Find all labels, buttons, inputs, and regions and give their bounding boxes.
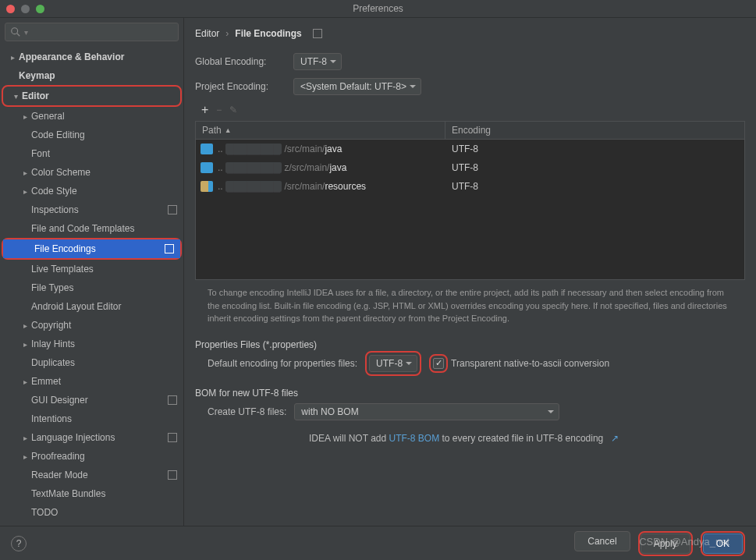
sidebar-item-intentions[interactable]: Intentions: [0, 409, 183, 428]
sidebar-item-android-layout-editor[interactable]: Android Layout Editor: [0, 297, 183, 316]
sidebar-item-label: TODO: [31, 507, 58, 518]
bom-label: Create UTF-8 files:: [208, 406, 286, 417]
sidebar-item-code-style[interactable]: ▸Code Style: [0, 182, 183, 200]
project-encoding-label: Project Encoding:: [195, 81, 293, 92]
table-body: .. ████████ /src/main/javaUTF-8.. ██████…: [195, 140, 745, 280]
table-row[interactable]: .. ████████ /src/main/resourcesUTF-8: [196, 177, 744, 196]
add-icon[interactable]: +: [201, 103, 208, 117]
chevron-right-icon: ▸: [19, 321, 31, 330]
project-encoding-combo[interactable]: <System Default: UTF-8>: [293, 78, 421, 95]
transparent-ascii-checkbox[interactable]: [433, 358, 444, 369]
sidebar-item-label: Font: [31, 148, 50, 159]
sidebar-item-label: General: [31, 111, 65, 122]
sidebar-item-plugins[interactable]: Plugins: [0, 522, 183, 526]
global-encoding-label: Global Encoding:: [195, 56, 293, 67]
sidebar-item-reader-mode[interactable]: Reader Mode: [0, 466, 183, 484]
breadcrumb-root[interactable]: Editor: [195, 28, 219, 39]
help-icon[interactable]: ?: [11, 536, 27, 551]
col-path[interactable]: Path ▲: [196, 122, 445, 139]
sidebar-item-todo[interactable]: TODO: [0, 503, 183, 522]
sidebar-item-label: Intentions: [31, 413, 72, 424]
sidebar-item-label: Duplicates: [31, 357, 75, 368]
encoding-value[interactable]: UTF-8: [445, 181, 744, 192]
sidebar-item-label: File Types: [31, 282, 73, 293]
sidebar-item-label: File and Code Templates: [31, 223, 135, 234]
sidebar-item-duplicates[interactable]: Duplicates: [0, 353, 183, 372]
sidebar-item-label: Inlay Hints: [31, 338, 75, 349]
settings-tree: ▸Appearance & BehaviorKeymap▾Editor▸Gene…: [0, 46, 183, 526]
sidebar-item-label: Live Templates: [31, 264, 94, 275]
col-encoding[interactable]: Encoding: [445, 122, 744, 139]
chevron-down-icon: ▾: [9, 92, 22, 101]
scope-icon: [168, 470, 177, 480]
sidebar-item-editor[interactable]: ▾Editor: [3, 87, 180, 105]
sidebar-item-general[interactable]: ▸General: [0, 107, 183, 126]
remove-icon[interactable]: −: [216, 105, 222, 115]
scope-icon: [168, 433, 177, 442]
cancel-button[interactable]: Cancel: [574, 531, 630, 551]
titlebar: Preferences: [0, 0, 756, 18]
sidebar-item-label: Code Editing: [31, 129, 85, 140]
table-row[interactable]: .. ████████ /src/main/javaUTF-8: [196, 140, 744, 158]
sidebar-item-proofreading[interactable]: ▸Proofreading: [0, 447, 183, 466]
sidebar-item-label: Emmet: [31, 376, 61, 387]
breadcrumb: Editor › File Encodings: [195, 18, 745, 49]
properties-encoding-combo[interactable]: UTF-8: [369, 355, 417, 372]
sidebar-item-label: File Encodings: [34, 243, 96, 254]
sidebar-item-label: Appearance & Behavior: [19, 51, 124, 62]
sidebar-item-font[interactable]: Font: [0, 144, 183, 163]
sidebar-item-textmate-bundles[interactable]: TextMate Bundles: [0, 484, 183, 503]
chevron-right-icon: ▸: [19, 112, 31, 121]
sidebar-item-color-scheme[interactable]: ▸Color Scheme: [0, 163, 183, 182]
sidebar-item-label: Copyright: [31, 320, 71, 331]
search-input[interactable]: ▾: [5, 23, 179, 41]
sidebar-item-label: GUI Designer: [31, 395, 88, 406]
sidebar-item-file-encodings[interactable]: File Encodings: [3, 239, 180, 258]
sidebar-item-label: Code Style: [31, 186, 77, 197]
bom-hint: IDEA will NOT add UTF-8 BOM to every cre…: [309, 433, 619, 444]
scope-icon[interactable]: [313, 29, 322, 38]
search-icon: [10, 27, 21, 37]
chevron-right-icon: ▸: [19, 340, 31, 349]
scope-icon: [168, 395, 177, 405]
global-encoding-combo[interactable]: UTF-8: [293, 53, 342, 70]
path-text: .. ████████ z/src/main/java: [218, 162, 346, 173]
external-link-icon[interactable]: ↗: [611, 433, 619, 444]
sidebar-item-gui-designer[interactable]: GUI Designer: [0, 391, 183, 409]
sidebar-item-inlay-hints[interactable]: ▸Inlay Hints: [0, 335, 183, 353]
sidebar-item-copyright[interactable]: ▸Copyright: [0, 316, 183, 335]
sidebar-item-file-types[interactable]: File Types: [0, 278, 183, 297]
bom-combo[interactable]: with NO BOM: [294, 403, 559, 420]
sidebar-item-inspections[interactable]: Inspections: [0, 200, 183, 219]
sidebar-item-label: Inspections: [31, 204, 79, 215]
chevron-right-icon: ▸: [19, 168, 31, 177]
transparent-ascii-label: Transparent native-to-ascii conversion: [451, 358, 609, 369]
sidebar-item-file-and-code-templates[interactable]: File and Code Templates: [0, 219, 183, 238]
watermark: CSDN @Andya_net: [639, 536, 729, 548]
window-title: Preferences: [0, 3, 756, 14]
utf8-bom-link[interactable]: UTF-8 BOM: [389, 433, 439, 444]
encoding-value[interactable]: UTF-8: [445, 162, 744, 173]
chevron-right-icon: ▸: [19, 452, 31, 461]
sidebar-item-label: TextMate Bundles: [31, 488, 105, 499]
edit-icon[interactable]: ✎: [229, 105, 237, 115]
svg-line-1: [17, 34, 20, 37]
sidebar-item-label: Reader Mode: [31, 470, 88, 480]
sidebar-item-language-injections[interactable]: ▸Language Injections: [0, 428, 183, 447]
encoding-value[interactable]: UTF-8: [445, 144, 744, 154]
sidebar-item-label: Language Injections: [31, 432, 115, 443]
sidebar-item-label: Editor: [22, 90, 49, 101]
resources-folder-icon: [201, 181, 213, 192]
table-row[interactable]: .. ████████ z/src/main/javaUTF-8: [196, 158, 744, 177]
sidebar-item-keymap[interactable]: Keymap: [0, 66, 183, 85]
sidebar-item-emmet[interactable]: ▸Emmet: [0, 372, 183, 391]
sidebar-item-label: Keymap: [19, 70, 55, 81]
sidebar-item-appearance-behavior[interactable]: ▸Appearance & Behavior: [0, 48, 183, 66]
chevron-right-icon: ▸: [19, 434, 31, 442]
scope-icon: [168, 205, 177, 214]
encoding-hint: To change encoding IntelliJ IDEA uses fo…: [195, 280, 745, 331]
folder-icon: [201, 144, 213, 154]
sidebar-item-code-editing[interactable]: Code Editing: [0, 126, 183, 144]
chevron-right-icon: ▸: [19, 187, 31, 196]
sidebar-item-live-templates[interactable]: Live Templates: [0, 260, 183, 278]
